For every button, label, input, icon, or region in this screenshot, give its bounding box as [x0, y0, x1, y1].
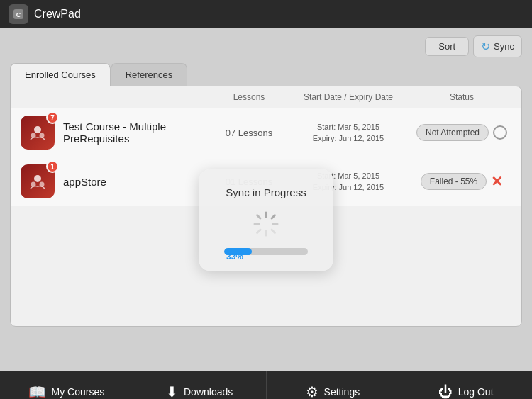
spinner-icon [252, 210, 280, 238]
notification-badge: 1 [46, 160, 59, 173]
tab-references[interactable]: References [111, 63, 187, 86]
expiry-date: Expiry: Jun 12, 2015 [284, 133, 412, 145]
course-icon-wrap: 1 [21, 164, 55, 198]
course-status: Failed - 55% ✕ [412, 173, 511, 190]
tab-enrolled-courses[interactable]: Enrolled Courses [10, 63, 111, 86]
bottom-nav: 📖 My Courses ⬇ Downloads ⚙ Settings ⏻ Lo… [0, 371, 532, 399]
sort-button[interactable]: Sort [425, 37, 469, 56]
nav-item-settings[interactable]: ⚙ Settings [267, 371, 400, 399]
failed-icon: ✕ [491, 174, 503, 189]
col-title-header [21, 92, 214, 102]
status-circle-icon [493, 125, 507, 140]
sync-button[interactable]: ↻ Sync [473, 35, 522, 57]
svg-point-5 [34, 175, 41, 182]
course-icon-wrap: 7 [21, 116, 55, 150]
logout-icon: ⏻ [438, 384, 453, 400]
course-name: appStore [63, 176, 214, 188]
course-lessons: 07 Lessons [214, 128, 284, 138]
main-content: Sort ↻ Sync Enrolled Courses References … [0, 28, 532, 371]
sync-icon: ↻ [481, 40, 490, 53]
col-lessons-header: Lessons [214, 92, 284, 102]
app-logo: C [9, 4, 28, 24]
nav-label-settings: Settings [324, 386, 360, 398]
col-dates-header: Start Date / Expiry Date [284, 92, 412, 102]
nav-item-my-courses[interactable]: 📖 My Courses [0, 371, 133, 399]
course-status: Not Attempted [412, 124, 511, 141]
nav-label-downloads: Downloads [184, 386, 233, 398]
col-status-header: Status [412, 92, 511, 102]
progress-label: 33% [224, 252, 308, 262]
notification-badge: 7 [46, 111, 59, 124]
status-badge: Failed - 55% [421, 173, 487, 190]
app-title: CrewPad [34, 8, 81, 21]
title-bar: C CrewPad [0, 0, 532, 28]
progress-bar-container: 33% [224, 248, 308, 257]
tabs: Enrolled Courses References [10, 63, 522, 86]
course-dates: Start: Mar 5, 2015 Expiry: Jun 12, 2015 [284, 121, 412, 145]
sync-label: Sync [494, 41, 514, 52]
nav-item-logout[interactable]: ⏻ Log Out [399, 371, 532, 399]
column-headers: Lessons Start Date / Expiry Date Status [11, 86, 521, 108]
nav-label-logout: Log Out [458, 386, 494, 398]
download-icon: ⬇ [166, 383, 178, 399]
gear-icon: ⚙ [306, 383, 318, 399]
svg-point-2 [34, 126, 41, 133]
svg-line-12 [257, 215, 260, 218]
svg-line-14 [272, 215, 275, 218]
book-icon: 📖 [28, 383, 46, 399]
nav-label-my-courses: My Courses [52, 386, 105, 398]
nav-item-downloads[interactable]: ⬇ Downloads [133, 371, 267, 399]
svg-line-13 [272, 230, 275, 232]
svg-line-15 [257, 230, 260, 232]
top-bar: Sort ↻ Sync [10, 35, 522, 57]
course-name: Test Course - Multiple PreRequisites [63, 120, 214, 145]
status-badge: Not Attempted [416, 124, 489, 141]
svg-text:C: C [16, 11, 21, 18]
sync-overlay-title: Sync in Progress [224, 186, 308, 198]
start-date: Start: Mar 5, 2015 [284, 121, 412, 133]
sync-overlay: Sync in Progress 33% [199, 169, 333, 271]
table-row[interactable]: 7 Test Course - Multiple PreRequisites 0… [11, 108, 521, 157]
